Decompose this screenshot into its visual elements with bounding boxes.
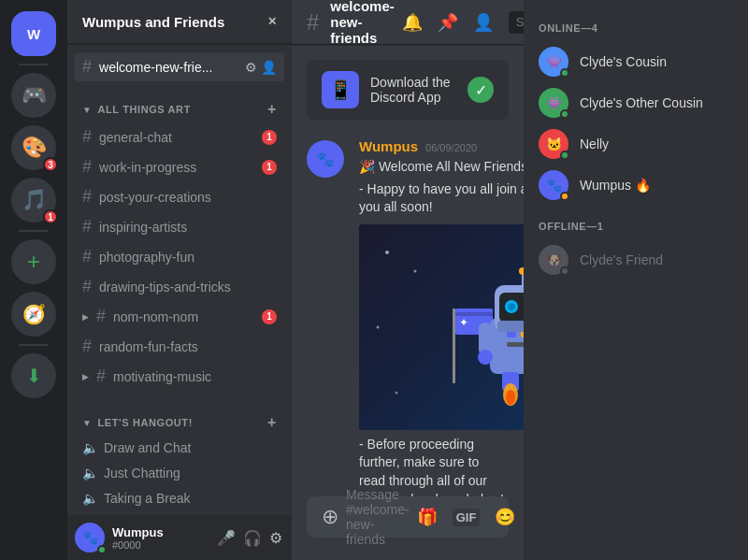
svg-text:✦: ✦ [459, 316, 468, 329]
add-channel-icon[interactable]: + [267, 101, 277, 118]
server-divider-2 [19, 230, 49, 232]
member-clydes-friend[interactable]: 🐶 Clyde's Friend [531, 239, 741, 280]
server-header[interactable]: Wumpus and Friends ✕ [67, 0, 292, 44]
channel-name-photography-fun: photography-fun [99, 250, 277, 265]
server-divider [19, 64, 49, 65]
collapse-art-icon: ▼ [82, 105, 93, 115]
settings-icon[interactable]: ⚙ [267, 527, 284, 549]
members-icon[interactable]: 👤 [473, 12, 494, 33]
user-controls: 🎤 🎧 ⚙ [215, 527, 284, 549]
messages-area[interactable]: 📱 Download the Discord App ✓ 🐾 Wumpus 06… [292, 45, 524, 496]
channel-badge-general-chat: 1 [262, 130, 277, 145]
user-avatar: 🐾 [75, 523, 105, 553]
emoji-icon[interactable]: 😊 [495, 507, 515, 527]
member-name-clydes-other-cousin: Clyde's Other Cousin [580, 95, 703, 110]
channel-inspiring-artists[interactable]: # inspiring-artists [75, 212, 284, 241]
channel-name-motivating-music: motivating-music [113, 369, 277, 384]
member-clydes-cousin[interactable]: 👾 Clyde's Cousin [531, 41, 741, 82]
user-info: Wumpus #0000 [112, 525, 208, 551]
channel-header: # welcome-new-friends 🔔 📌 👤 Search 🔍 📥 ❓ [292, 0, 524, 45]
add-attachment-icon[interactable]: ⊕ [322, 505, 338, 529]
gif-icon[interactable]: GIF [453, 509, 481, 526]
member-name-nelly: Nelly [580, 136, 609, 151]
pin-icon[interactable]: 📌 [438, 12, 458, 33]
mic-icon[interactable]: 🎤 [215, 527, 237, 549]
server-badge-3: 3 [43, 157, 58, 172]
hash-icon: # [82, 247, 92, 266]
channel-hash-icon: # [307, 9, 319, 36]
art-section-header[interactable]: ▼ AlL ThINGs ART + [75, 97, 284, 122]
channel-nom-nom-nom[interactable]: ▶ # nom-nom-nom 1 [75, 302, 284, 331]
member-clydes-other-cousin[interactable]: 👾 Clyde's Other Cousin [531, 82, 741, 123]
status-dot [560, 192, 569, 201]
channel-general-chat[interactable]: # general-chat 1 [75, 122, 284, 151]
main-content: # welcome-new-friends 🔔 📌 👤 Search 🔍 📥 ❓… [292, 0, 524, 560]
offline-section-header: OFFLINE—1 [531, 221, 741, 232]
collapse-hangout-icon: ▼ [82, 418, 93, 428]
member-avatar-clydes-friend: 🐶 [539, 245, 568, 275]
voice-just-chatting[interactable]: 🔈 Just Chatting [75, 461, 284, 485]
server-icon-main[interactable]: W [11, 11, 56, 56]
explore-servers-button[interactable]: 🧭 [11, 292, 56, 337]
member-nelly[interactable]: 🐱 Nelly [531, 123, 741, 165]
svg-point-1 [414, 269, 417, 272]
add-server-button[interactable]: + [11, 239, 56, 284]
svg-rect-31 [507, 342, 524, 347]
svg-rect-7 [453, 309, 455, 383]
channel-name-drawing-tips: drawing-tips-and-tricks [99, 280, 277, 294]
art-section-label: AlL ThINGs ART [98, 104, 191, 115]
message-cont-text: - Before proceeding further, make sure t… [359, 436, 509, 496]
hash-icon: # [82, 157, 92, 177]
channel-settings-icon[interactable]: ⚙ [245, 60, 257, 75]
channel-sidebar: Wumpus and Friends ✕ # welcome-new-frie.… [67, 0, 292, 560]
status-dot [560, 68, 569, 78]
download-app-button[interactable]: ⬇ [11, 353, 56, 398]
channel-badge-nom: 1 [262, 309, 277, 324]
channel-name-post-your-creations: post-your-creations [99, 190, 277, 205]
headset-icon[interactable]: 🎧 [241, 527, 264, 549]
notification-bell-icon[interactable]: 🔔 [402, 12, 423, 33]
gift-icon[interactable]: 🎁 [417, 507, 438, 527]
server-icon-4[interactable]: 🎵 1 [11, 178, 56, 223]
channel-photography-fun[interactable]: # photography-fun [75, 242, 284, 271]
server-icon-2[interactable]: 🎮 [11, 73, 56, 118]
wumpus-avatar: 🐾 [307, 140, 344, 178]
channel-name-inspiring-artists: inspiring-artists [99, 220, 277, 235]
hangout-section-header[interactable]: ▼ LET'S HANGOUT! + [75, 410, 284, 435]
voice-channel-name-chat: Just Chatting [104, 466, 180, 481]
svg-point-0 [385, 251, 389, 254]
members-sidebar: ONLINE—4 👾 Clyde's Cousin 👾 Clyde's Othe… [524, 0, 748, 560]
active-channel-item[interactable]: # welcome-new-frie... ⚙ 👤 [75, 52, 284, 81]
hangout-section: ▼ LET'S HANGOUT! + 🔈 Draw and Chat 🔈 Jus… [67, 395, 292, 515]
channel-random-fun-facts[interactable]: # random-fun-facts [75, 332, 284, 361]
online-section-header: ONLINE—4 [531, 22, 741, 34]
channel-motivating-music[interactable]: ▶ # motivating-music [75, 362, 284, 391]
user-area: 🐾 Wumpus #0000 🎤 🎧 ⚙ [67, 515, 292, 560]
hash-icon: # [96, 307, 106, 326]
message-input-area: ⊕ Message #welcome-new-friends 🎁 GIF 😊 [292, 496, 524, 560]
voice-draw-and-chat[interactable]: 🔈 Draw and Chat [75, 436, 284, 460]
channel-work-in-progress[interactable]: # work-in-progress 1 [75, 152, 284, 181]
channel-header-name: welcome-new-friends [330, 0, 394, 46]
download-banner: 📱 Download the Discord App ✓ [307, 60, 509, 120]
message-cont-content: - Before proceeding further, make sure t… [359, 436, 509, 496]
hash-icon: # [82, 217, 92, 237]
channel-drawing-tips[interactable]: # drawing-tips-and-tricks [75, 272, 284, 301]
channel-name-work-in-progress: work-in-progress [99, 160, 256, 175]
member-wumpus[interactable]: 🐾 Wumpus 🔥 [531, 165, 741, 206]
hash-icon: # [82, 337, 92, 356]
hash-icon: # [82, 127, 92, 147]
message-continuation: - Before proceeding further, make sure t… [292, 434, 524, 496]
banner-text: Download the Discord App [370, 75, 456, 105]
channel-notifications-icon[interactable]: 👤 [261, 60, 277, 75]
add-voice-channel-icon[interactable]: + [267, 414, 277, 431]
search-bar[interactable]: Search 🔍 [509, 11, 524, 34]
channel-post-your-creations[interactable]: # post-your-creations [75, 182, 284, 211]
channel-name-nom-nom-nom: nom-nom-nom [113, 309, 256, 324]
collapse-nom-icon: ▶ [82, 312, 89, 322]
server-icon-3[interactable]: 🎨 3 [11, 125, 56, 170]
server-divider-3 [19, 344, 49, 346]
voice-taking-a-break[interactable]: 🔈 Taking a Break [75, 486, 284, 510]
member-name-wumpus: Wumpus 🔥 [580, 178, 651, 193]
user-tag: #0000 [112, 539, 208, 551]
